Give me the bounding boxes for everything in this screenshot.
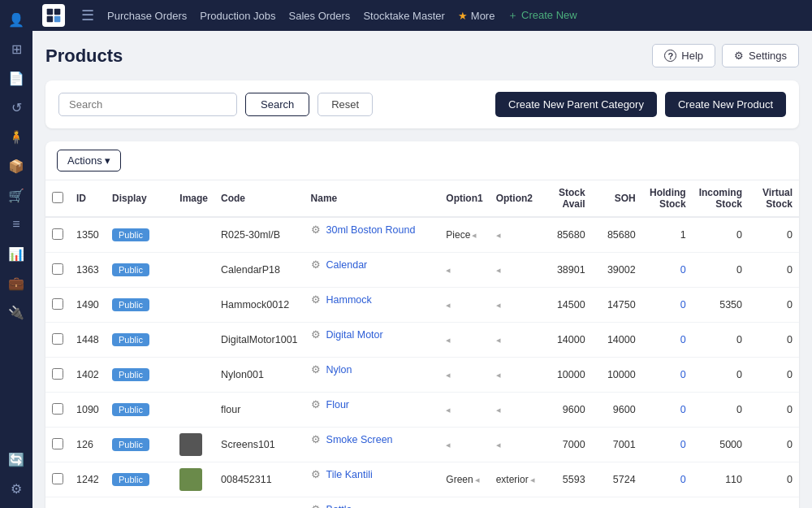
sidebar-icon-box[interactable]: 📦 [3, 153, 29, 179]
option2-arrow-icon[interactable]: ◂ [496, 335, 501, 345]
option1-arrow-icon[interactable]: ◂ [472, 230, 477, 241]
product-settings-icon[interactable]: ⚙ [311, 398, 321, 410]
product-name-link[interactable]: Bottle [326, 504, 352, 509]
option1-arrow-icon[interactable]: ◂ [475, 475, 480, 485]
option1-arrow-icon[interactable]: ◂ [446, 300, 451, 310]
option2-arrow-icon[interactable]: ◂ [496, 230, 501, 241]
sidebar-icon-cart[interactable]: 🛒 [3, 182, 29, 208]
search-button[interactable]: Search [245, 93, 309, 116]
option1-arrow-icon[interactable]: ◂ [446, 265, 451, 276]
display-badge[interactable]: Public [112, 368, 149, 381]
app-logo[interactable] [42, 4, 65, 27]
option2-arrow-icon[interactable]: ◂ [496, 300, 501, 310]
option1-arrow-icon[interactable]: ◂ [446, 335, 451, 345]
table-row: 1448PublicDigitalMotor1001⚙Digital Motor… [45, 323, 799, 358]
row-checkbox[interactable] [52, 438, 63, 449]
display-badge[interactable]: Public [112, 403, 149, 416]
row-checkbox[interactable] [52, 368, 63, 380]
display-badge[interactable]: Public [112, 228, 149, 241]
sidebar-icon-sync[interactable]: 🔄 [3, 446, 29, 472]
product-settings-icon[interactable]: ⚙ [311, 328, 321, 341]
row-option2: ◂ [490, 253, 542, 288]
row-virtual: 0 [749, 497, 799, 509]
help-icon: ? [664, 50, 676, 62]
sidebar-icon-dashboard[interactable]: ⊞ [3, 36, 29, 62]
sidebar-icon-users[interactable]: 👤 [3, 7, 29, 33]
nav-production-jobs[interactable]: Production Jobs [200, 10, 275, 22]
product-settings-icon[interactable]: ⚙ [311, 503, 321, 508]
hamburger-icon[interactable]: ☰ [81, 7, 94, 24]
option2-arrow-icon[interactable]: ◂ [496, 265, 501, 276]
display-badge[interactable]: Public [112, 473, 149, 486]
row-checkbox[interactable] [52, 228, 63, 240]
table-row: 1158WholesaleT19085⚙BottleSingle◂◂510051… [45, 497, 799, 509]
row-incoming: 5350 [693, 288, 749, 323]
product-name-link[interactable]: 30ml Boston Round [326, 224, 416, 236]
actions-button[interactable]: Actions ▾ [57, 150, 121, 172]
sidebar-icon-plug[interactable]: 🔌 [3, 299, 29, 325]
sidebar-icon-briefcase[interactable]: 💼 [3, 270, 29, 296]
settings-button[interactable]: ⚙ Settings [722, 44, 799, 67]
display-badge[interactable]: Public [112, 333, 149, 346]
product-settings-icon[interactable]: ⚙ [311, 433, 321, 445]
sidebar-icon-person[interactable]: 🧍 [3, 124, 29, 150]
sidebar-icon-refresh[interactable]: ↺ [3, 94, 29, 120]
product-name-link[interactable]: Flour [326, 399, 349, 410]
product-name-link[interactable]: Nylon [326, 364, 352, 376]
search-input[interactable] [58, 93, 237, 116]
display-badge[interactable]: Public [112, 263, 149, 276]
actions-label: Actions ▾ [67, 154, 110, 167]
create-product-button[interactable]: Create New Product [665, 92, 786, 117]
option1-arrow-icon[interactable]: ◂ [446, 370, 451, 380]
row-stock-avail: 14000 [542, 323, 592, 358]
product-name-link[interactable]: Tile Kantili [326, 469, 373, 480]
create-category-button[interactable]: Create New Parent Category [495, 92, 657, 117]
row-option2: ◂ [490, 217, 542, 253]
option2-arrow-icon[interactable]: ◂ [496, 370, 501, 380]
option2-arrow-icon[interactable]: ◂ [496, 405, 501, 415]
row-soh: 14750 [592, 288, 642, 323]
product-name-link[interactable]: Calendar [326, 259, 368, 271]
sidebar-icon-settings[interactable]: ⚙ [3, 475, 29, 501]
help-button[interactable]: ? Help [652, 44, 715, 67]
row-incoming: 110 [693, 462, 749, 497]
product-settings-icon[interactable]: ⚙ [311, 258, 321, 271]
nav-more[interactable]: ★ More [458, 10, 495, 22]
sidebar-icon-chart[interactable]: 📊 [3, 241, 29, 267]
row-checkbox[interactable] [52, 473, 63, 484]
display-badge[interactable]: Public [112, 298, 149, 311]
product-settings-icon[interactable]: ⚙ [311, 468, 321, 480]
row-checkbox[interactable] [52, 333, 63, 345]
row-id: 1490 [70, 288, 106, 323]
select-all-checkbox[interactable] [52, 192, 63, 203]
option1-arrow-icon[interactable]: ◂ [446, 440, 451, 450]
nav-create-new[interactable]: ＋ Create New [508, 8, 577, 23]
product-settings-icon[interactable]: ⚙ [311, 293, 321, 306]
sidebar-icon-document[interactable]: 📄 [3, 65, 29, 91]
row-code: flour [214, 393, 304, 428]
row-option2: ◂ [490, 497, 542, 509]
sidebar-icon-layers[interactable]: ≡ [3, 211, 29, 237]
row-display: Wholesale [106, 497, 173, 509]
row-option1: ◂ [439, 428, 489, 462]
product-settings-icon[interactable]: ⚙ [311, 224, 321, 236]
nav-stocktake-master[interactable]: Stocktake Master [363, 10, 444, 22]
product-name-link[interactable]: Digital Motor [326, 329, 383, 341]
nav-purchase-orders[interactable]: Purchase Orders [107, 10, 187, 22]
row-incoming: 0 [693, 497, 749, 509]
row-checkbox[interactable] [52, 298, 63, 310]
option1-arrow-icon[interactable]: ◂ [446, 405, 451, 415]
option2-arrow-icon[interactable]: ◂ [530, 475, 535, 485]
star-icon: ★ [458, 10, 468, 22]
display-badge[interactable]: Public [112, 438, 149, 451]
nav-sales-orders[interactable]: Sales Orders [289, 10, 351, 22]
product-name-link[interactable]: Smoke Screen [326, 434, 393, 445]
col-header-id: ID [70, 180, 106, 217]
row-soh: 5724 [592, 462, 642, 497]
product-settings-icon[interactable]: ⚙ [311, 363, 321, 376]
reset-button[interactable]: Reset [317, 93, 373, 116]
option2-arrow-icon[interactable]: ◂ [496, 440, 501, 450]
row-checkbox[interactable] [52, 263, 63, 275]
row-checkbox[interactable] [52, 403, 63, 415]
product-name-link[interactable]: Hammock [326, 294, 372, 306]
